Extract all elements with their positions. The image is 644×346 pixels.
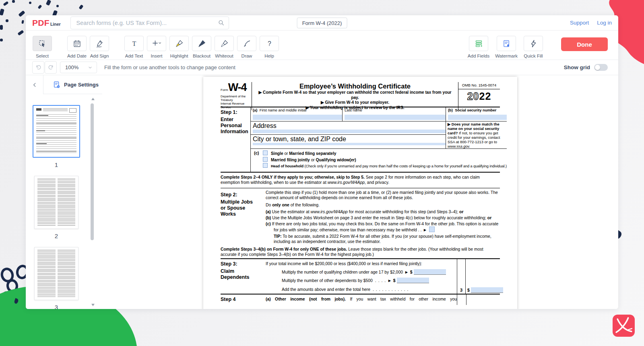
help-icon: ? [265, 39, 274, 48]
sidebar-scroll-up-arrow[interactable] [91, 98, 95, 100]
head-of-household-checkbox[interactable] [263, 163, 268, 168]
logo-text-liner: Liner [50, 22, 61, 27]
step3-intro: If your total income will be $200,000 or… [266, 261, 457, 266]
page-settings-button[interactable]: Page Settings [53, 81, 99, 89]
form-number: W-4 [228, 81, 247, 93]
steps2-4-intro: Complete Steps 2–4 ONLY if they apply to… [221, 173, 500, 188]
done-button[interactable]: Done [561, 37, 608, 51]
watermark-button[interactable]: Watermark [495, 36, 518, 58]
search-form[interactable] [70, 16, 229, 29]
pdfliner-logo[interactable]: PDF Liner [32, 18, 61, 28]
step2-tip: TIP: To be accurate, submit a 2022 Form … [266, 234, 500, 244]
search-input[interactable] [76, 19, 218, 27]
single-checkbox[interactable] [263, 150, 268, 155]
step4-section: Step 4 (a) Other income (not from jobs).… [221, 295, 500, 305]
step4-amount-column [466, 295, 500, 305]
ssn-match-note: ▶ Does your name match the name on your … [446, 122, 507, 148]
step1-name: Enter Personal Information [221, 117, 250, 135]
text-icon: T [130, 39, 138, 48]
qualifying-children-amount-field[interactable] [414, 269, 446, 275]
svg-text:?: ? [268, 40, 271, 47]
form-year: 2022 [458, 91, 500, 101]
sidebar-scrollbar-thumb[interactable] [91, 103, 94, 240]
calendar-icon [73, 39, 81, 48]
step2-label: Step 2: [221, 192, 266, 198]
tool-label: Blackout [193, 54, 211, 58]
address-label: Address [253, 122, 446, 130]
page-settings-title: Page Settings [64, 82, 99, 88]
add-date-button[interactable]: Add Date [67, 36, 87, 58]
add-sign-button[interactable]: Add Sign [89, 36, 109, 58]
step2-name: Multiple Jobs or Spouse Works [221, 199, 266, 217]
show-grid-label: Show grid [564, 64, 590, 70]
draw-pen-icon [243, 39, 251, 48]
quick-fill-button[interactable]: Quick Fill [523, 36, 543, 58]
omb-number: OMB No. 1545-0074 [458, 82, 500, 89]
page-settings-icon [53, 81, 61, 89]
toggle-knob [595, 65, 600, 70]
signature-pen-icon [95, 39, 104, 48]
tool-label: Add Sign [90, 54, 109, 58]
add-fields-button[interactable]: Add Fields [468, 36, 489, 58]
step1-label: Step 1: [221, 109, 250, 115]
tool-label: Add Text [125, 54, 143, 58]
tool-label: Highlight [170, 54, 188, 58]
page-number-label: 2 [55, 233, 58, 239]
search-icon[interactable] [218, 19, 225, 26]
zoom-level-select[interactable]: 100% [60, 62, 97, 73]
insert-button[interactable]: Insert [147, 36, 167, 58]
step2-paragraph: Complete this step if you (1) hold more … [266, 190, 500, 200]
help-button[interactable]: ? Help [259, 36, 279, 58]
ssn-field[interactable] [448, 115, 507, 120]
support-link[interactable]: Support [570, 20, 589, 26]
undo-icon [35, 64, 42, 71]
thumbnail-content [36, 108, 76, 113]
zoom-level-value: 100% [65, 64, 88, 70]
other-dependents-amount-field[interactable] [397, 278, 429, 283]
redo-button[interactable] [45, 61, 57, 74]
tool-label: Insert [151, 54, 163, 58]
first-name-label: (a) First name and middle initial [253, 108, 342, 112]
pages-sidebar: Page Settings [26, 75, 102, 309]
page-thumbnail-2[interactable] [34, 176, 78, 229]
blackout-button[interactable]: Blackout [192, 36, 212, 58]
form-bullet2: ▶ Give Form W-4 to your employer. [254, 100, 456, 105]
step3-total-line: Add the amounts above and enter the tota… [266, 287, 457, 294]
page-thumbnail-3[interactable] [34, 247, 78, 300]
page-number-label: 3 [55, 304, 58, 309]
collapse-sidebar-button[interactable] [26, 82, 43, 88]
step1-section: Step 1: Enter Personal Information (a) F… [221, 107, 500, 173]
city-field[interactable] [253, 143, 446, 145]
page-thumbnail-1[interactable] [33, 105, 80, 158]
thumbnail-content [36, 114, 76, 154]
form-word: Form [221, 88, 228, 92]
married-jointly-checkbox[interactable] [263, 157, 268, 162]
login-link[interactable]: Log in [597, 20, 612, 26]
step4-number-column [457, 295, 466, 305]
city-label: City or town, state, and ZIP code [253, 136, 446, 143]
tool-label: Watermark [495, 54, 518, 58]
thumbnail-content [37, 250, 75, 297]
highlight-button[interactable]: Highlight [169, 36, 189, 58]
undo-button[interactable] [32, 61, 44, 74]
document-title-chip: Form W-4 (2022) [297, 17, 347, 28]
filing-status-married-jointly: Married filing jointly or Qualifying wid… [263, 157, 507, 163]
address-field[interactable] [253, 130, 446, 133]
whiteout-button[interactable]: Whiteout [214, 36, 234, 58]
blackout-brush-icon [198, 39, 206, 48]
select-tool-button[interactable]: Select [32, 36, 52, 58]
dept-line1: Department of the Treasury [221, 95, 252, 102]
last-name-field[interactable] [345, 115, 446, 120]
add-text-button[interactable]: T Add Text [124, 36, 144, 58]
first-name-field[interactable] [253, 115, 342, 120]
sidebar-scroll-down-arrow[interactable] [91, 304, 95, 306]
two-jobs-checkbox[interactable] [429, 227, 435, 232]
step4-option-a: (a) Other income (not from jobs). If you… [266, 295, 457, 305]
step3-total-field[interactable] [471, 287, 503, 293]
total-dollar-sign: $ [467, 288, 470, 293]
draw-button[interactable]: Draw [237, 36, 257, 58]
show-grid-toggle[interactable] [594, 64, 608, 71]
step3-dependents-line: Multiply the number of other dependents … [266, 278, 457, 283]
tool-label: Draw [242, 54, 252, 58]
step2-section: Step 2: Multiple Jobs or Spouse Works Co… [221, 188, 500, 244]
